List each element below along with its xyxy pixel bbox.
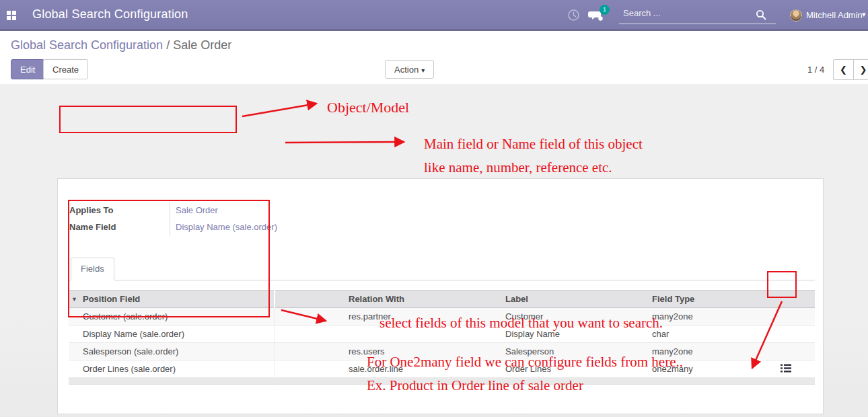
pager-counter: 1 / 4 [807,65,824,75]
annotation-select-fields: select fields of this model that you wan… [379,315,663,332]
global-search [619,7,776,24]
cell-position-field: Display Name (sale.order) [69,329,342,339]
list-icon [781,364,791,373]
pager-next-button[interactable]: ❯ [853,59,868,80]
annotation-one2many-line1: For One2many field we can configure fiel… [367,354,683,371]
applies-to-value[interactable]: Sale Order [170,202,445,219]
annotation-name-field-line2: like name, number, reference etc. [424,159,612,176]
annotation-one2many-line2: Ex. Product in Order line of sale order [367,377,583,394]
top-navbar: Global Search Configuration 1 Mitchell A… [0,0,868,31]
header-label[interactable]: Label [499,294,645,304]
tab-fields[interactable]: Fields [71,258,114,280]
cell-actions [772,364,815,375]
configure-one2many-button[interactable] [780,364,792,374]
field-row-applies-to: Applies To Sale Order [69,202,445,219]
header-field-type[interactable]: Field Type [645,294,772,304]
create-button[interactable]: Create [43,59,88,79]
pager-previous-button[interactable]: ❮ [833,59,853,80]
breadcrumb: Global Search Configuration / Sale Order [11,38,231,52]
search-input[interactable] [623,8,751,18]
apps-menu-icon[interactable] [7,11,11,15]
breadcrumb-parent-link[interactable]: Global Search Configuration [11,38,163,52]
breadcrumb-current: Sale Order [173,38,231,52]
header-column-divider [274,290,275,308]
action-dropdown-button[interactable]: Action▾ [385,60,434,79]
activities-clock-icon[interactable] [567,9,580,22]
pager: ❮ ❯ [833,59,868,80]
tabbar-divider [69,280,815,280]
user-menu[interactable]: Mitchell Admin [806,10,863,20]
breadcrumb-separator: / [166,38,170,52]
user-avatar[interactable] [790,9,802,22]
header-position-field[interactable]: ▼Position Field [69,294,342,304]
edit-button[interactable]: Edit [11,59,44,79]
page: Global Search Configuration 1 Mitchell A… [0,0,868,417]
applies-to-label: Applies To [69,205,170,215]
rows-column-divider [274,308,275,385]
table-header-row: ▼Position Field Relation With Label Fiel… [69,290,815,308]
cell-field-type: char [645,329,772,339]
control-panel: Global Search Configuration / Sale Order… [0,31,868,84]
name-field-label: Name Field [69,222,170,232]
message-count-badge[interactable]: 1 [600,5,610,15]
action-label: Action [394,65,419,75]
cell-field-type: many2one [645,311,772,321]
field-row-name-field: Name Field Display Name (sale.order) [69,219,445,235]
app-title: Global Search Configuration [32,7,188,22]
header-relation-with[interactable]: Relation With [342,294,499,304]
search-icon[interactable] [756,9,766,20]
cell-position-field: Customer (sale.order) [69,311,342,321]
caret-down-icon: ▾ [421,67,425,74]
sort-desc-icon[interactable]: ▼ [71,296,77,303]
cell-position-field: Salesperson (sale.order) [69,346,342,356]
name-field-value[interactable]: Display Name (sale.order) [170,219,445,235]
cell-position-field: Order Lines (sale.order) [69,364,342,374]
annotation-object-model: Object/Model [327,99,409,116]
chevron-down-icon[interactable]: ▾ [862,10,866,19]
annotation-name-field-line1: Main field or Name field of this object [424,136,643,153]
